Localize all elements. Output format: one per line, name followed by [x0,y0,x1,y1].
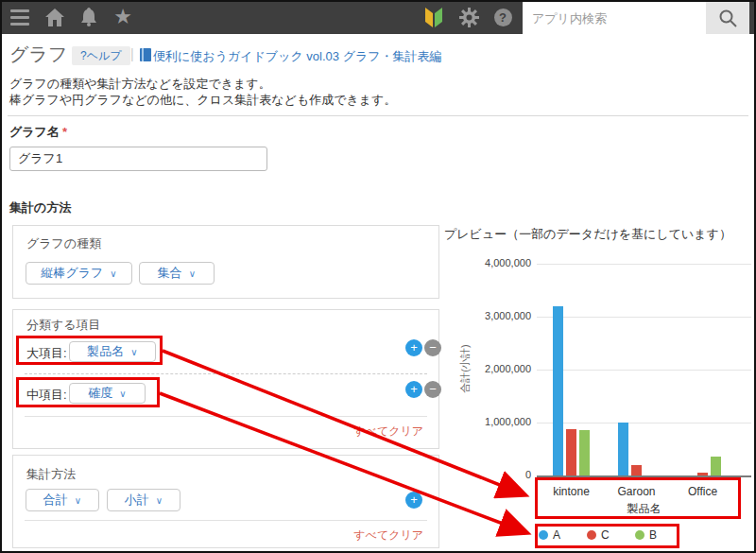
chart-bar-C-Garoon [631,465,642,475]
chart-x-category-label: Office [661,485,746,498]
chart-bar-B-kintone [579,430,590,475]
chart-y-tick-label: 3,000,000 [465,310,531,321]
chart-y-tick-label: 4,000,000 [465,257,531,268]
chart-x-axis-line [537,475,751,477]
chart-bar-C-Office [697,473,708,475]
legend-dot-C [587,530,596,540]
legend-label-B: B [649,528,657,542]
legend-label-C: C [601,528,610,542]
preview-bar-chart: 01,000,0002,000,0003,000,0004,000,000kin… [0,0,756,553]
chart-bar-A-Garoon [618,423,628,475]
legend-dot-A [539,530,548,540]
chart-y-tick-label: 1,000,000 [465,416,531,427]
chart-bar-B-Office [711,457,721,475]
chart-bar-A-kintone [553,306,563,475]
chart-y-tick-label: 2,000,000 [465,363,531,374]
legend-label-A: A [553,528,560,542]
chart-gridline [537,317,751,318]
chart-gridline [537,264,751,265]
chart-gridline [537,423,751,423]
chart-gridline [537,370,751,371]
legend-dot-B [635,530,644,540]
chart-y-axis-title: 合計(小計) [458,331,472,406]
chart-x-axis-title: 製品名 [602,501,687,517]
chart-y-tick-label: 0 [465,469,531,480]
kintone-graph-settings-screen: ★ ? グラフ ?ヘルプ | [0,0,756,553]
chart-bar-C-kintone [566,429,576,475]
